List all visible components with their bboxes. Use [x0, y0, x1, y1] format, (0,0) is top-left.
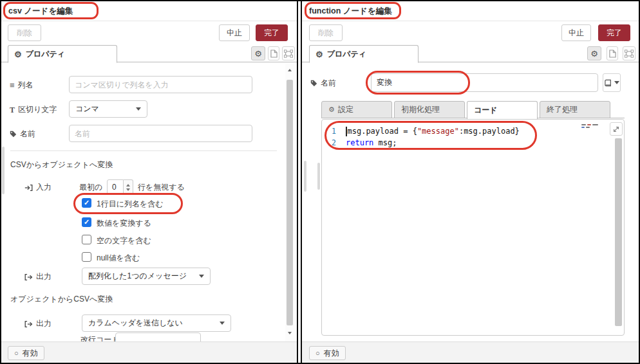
- chevron-down-icon: [136, 107, 141, 111]
- tab-setup[interactable]: ⚙ 設定: [321, 101, 392, 118]
- checkbox-include-null[interactable]: [82, 252, 91, 262]
- scrollbar-thumb[interactable]: [287, 80, 293, 325]
- gear-icon: ⚙: [315, 50, 323, 59]
- screenshot-root: csv ノードを編集 削除 中止 完了 ⚙ プロパティ ⚙ ≡ 列名 T 区切り…: [0, 0, 640, 364]
- scroll-up-icon[interactable]: [288, 69, 292, 71]
- sign-out-icon: [24, 320, 33, 328]
- library-button[interactable]: [603, 73, 621, 92]
- header-divider: [1, 21, 297, 21]
- name-input[interactable]: [69, 125, 252, 142]
- line-number: 2: [322, 138, 336, 147]
- tag-icon: [10, 131, 17, 138]
- tab-on-start[interactable]: 初期化処理: [394, 101, 465, 118]
- checkbox-include-empty[interactable]: [82, 235, 91, 244]
- header-divider: [302, 21, 639, 21]
- editor-scrollbar-thumb[interactable]: [615, 138, 622, 326]
- code-line: 2 return msg;: [322, 137, 624, 149]
- checkbox-first-row-columns[interactable]: ✓: [82, 198, 91, 208]
- dialog-footer: ○ 有効: [1, 341, 297, 363]
- list-icon: ≡: [10, 81, 15, 89]
- step-up-icon[interactable]: [126, 184, 130, 187]
- columns-input[interactable]: [69, 76, 252, 93]
- tag-icon: [310, 80, 317, 87]
- doc-icon: [609, 50, 616, 58]
- edge-scrollbar-thumb[interactable]: [2, 147, 5, 194]
- tab-properties[interactable]: ⚙ プロパティ: [309, 45, 419, 63]
- function-edit-dialog: function ノードを編集 削除 中止 完了 ⚙ プロパティ ⚙ 名前: [301, 1, 639, 363]
- done-button[interactable]: 完了: [256, 24, 288, 41]
- check-icon: ✓: [84, 218, 89, 226]
- clipped-row: 改行コード: [1, 331, 285, 341]
- skip-prefix: 最初の: [79, 182, 102, 193]
- dialog-title: function ノードを編集: [309, 6, 392, 17]
- enabled-toggle-button[interactable]: ○ 有効: [8, 346, 44, 360]
- dialog-title: csv ノードを編集: [8, 6, 73, 17]
- obj-output-select[interactable]: カラムヘッダを送信しない: [82, 314, 231, 332]
- sign-in-icon: [24, 184, 33, 192]
- checkbox-include-null-label: null値を含む: [97, 253, 140, 264]
- csv-output-select[interactable]: 配列化した1つのメッセージ: [82, 268, 211, 285]
- cancel-button[interactable]: 中止: [219, 24, 250, 41]
- output2-label: 出力: [24, 318, 52, 329]
- node-settings-button[interactable]: ⚙: [251, 46, 265, 60]
- name-label: 名前: [310, 78, 336, 89]
- gear-icon: ⚙: [254, 50, 262, 58]
- tab-properties[interactable]: ⚙ プロパティ: [8, 45, 117, 63]
- code-editor[interactable]: 1 msg.payload = {"message":msg.payload} …: [321, 119, 625, 336]
- font-icon: T: [10, 106, 15, 114]
- gear-icon: ⚙: [590, 50, 598, 58]
- name-input[interactable]: [371, 73, 598, 92]
- selection-expand-icon: [625, 50, 634, 58]
- edge-scrollbar-thumb[interactable]: [317, 163, 320, 190]
- csv-to-object-heading: CSVからオブジェクトへ変換: [10, 159, 113, 170]
- separator-label: T 区切り文字: [10, 104, 57, 115]
- edge-scrollbar-thumb[interactable]: [304, 161, 306, 192]
- newline-select[interactable]: [115, 332, 201, 341]
- enabled-label: 有効: [23, 348, 38, 359]
- scope-button[interactable]: [282, 46, 295, 60]
- object-to-csv-heading: オブジェクトからCSVへ変換: [10, 294, 113, 305]
- tab-on-message[interactable]: コード: [467, 101, 538, 119]
- skip-rows-input[interactable]: 0: [107, 179, 124, 195]
- cancel-button[interactable]: 中止: [561, 24, 591, 41]
- dialog-footer: ○ 有効: [302, 341, 639, 363]
- scope-button[interactable]: [623, 46, 635, 60]
- obj-output-select-value: カラムヘッダを送信しない: [88, 318, 183, 329]
- node-settings-button[interactable]: ⚙: [587, 46, 601, 60]
- check-icon: ✓: [84, 199, 89, 207]
- scroll-down-icon[interactable]: [288, 332, 292, 334]
- book-icon: [604, 79, 612, 87]
- done-button[interactable]: 完了: [598, 24, 630, 41]
- input-label: 入力: [24, 182, 52, 193]
- checkbox-parse-numbers[interactable]: ✓: [82, 217, 91, 227]
- checkbox-first-row-columns-label: 1行目に列名を含む: [97, 199, 164, 210]
- output-label: 出力: [24, 271, 52, 282]
- separator-select-value: コンマ: [75, 104, 99, 114]
- separator-select[interactable]: コンマ: [69, 100, 147, 118]
- columns-label: ≡ 列名: [10, 80, 33, 91]
- expand-icon: [612, 125, 620, 133]
- tab-on-stop[interactable]: 終了処理: [540, 101, 610, 118]
- gear-icon: ⚙: [328, 106, 335, 113]
- doc-button[interactable]: [607, 46, 618, 60]
- code-line: 1 msg.payload = {"message":msg.payload}: [322, 125, 624, 137]
- csv-output-select-value: 配列化した1つのメッセージ: [88, 271, 187, 282]
- enabled-toggle-button[interactable]: ○ 有効: [309, 346, 346, 360]
- skip-rows-stepper[interactable]: [124, 179, 133, 195]
- section-divider: [10, 150, 277, 151]
- step-down-icon[interactable]: [126, 188, 130, 191]
- doc-button[interactable]: [268, 46, 279, 60]
- delete-button[interactable]: 削除: [8, 24, 41, 41]
- line-number: 1: [322, 127, 336, 136]
- delete-button[interactable]: 削除: [309, 24, 343, 41]
- chevron-down-icon: [220, 322, 225, 325]
- scrollbar[interactable]: [285, 63, 295, 341]
- checkbox-parse-numbers-label: 数値を変換する: [97, 218, 151, 229]
- checkbox-include-empty-label: 空の文字を含む: [97, 235, 151, 246]
- circle-icon: ○: [14, 350, 19, 357]
- skip-suffix: 行を無視する: [138, 182, 185, 193]
- sign-out-icon: [24, 273, 33, 281]
- tab-properties-label: プロパティ: [327, 49, 366, 60]
- enabled-label: 有効: [324, 348, 339, 359]
- expand-editor-button[interactable]: [610, 122, 623, 136]
